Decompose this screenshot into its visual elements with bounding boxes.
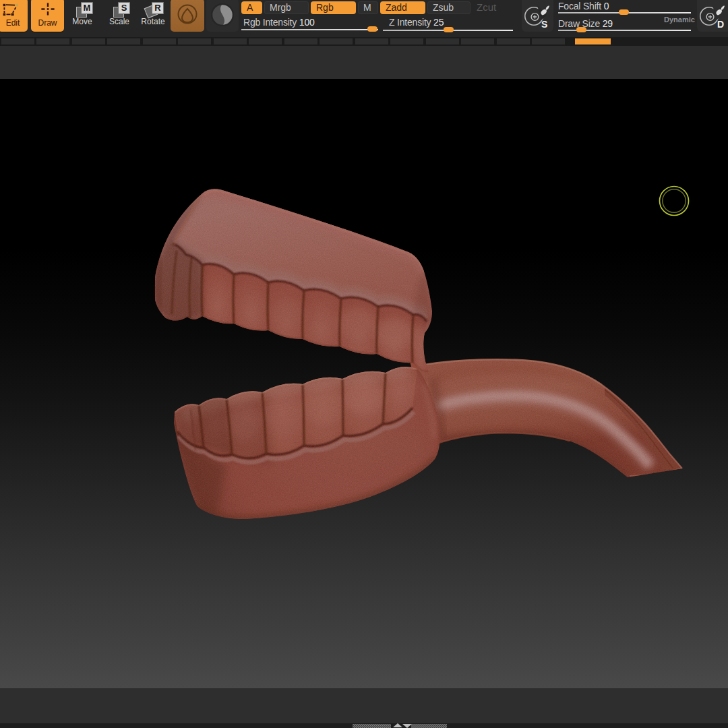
svg-text:D: D xyxy=(717,19,724,30)
svg-text:S: S xyxy=(541,19,547,30)
